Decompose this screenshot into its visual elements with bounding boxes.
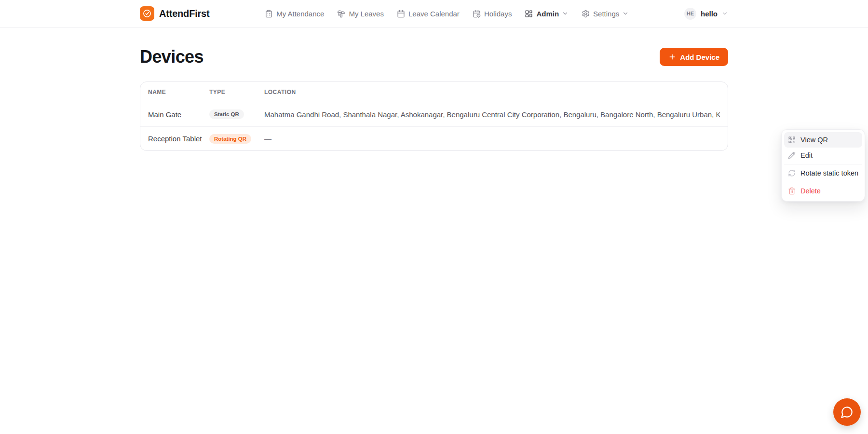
nav-label: My Attendance: [276, 10, 324, 18]
device-context-menu: View QR Edit Rotate static token Delete: [781, 129, 865, 202]
nav-admin[interactable]: Admin: [525, 10, 569, 18]
device-name: Main Gate: [148, 110, 209, 119]
table-row-main-gate[interactable]: Main Gate Static QR Mahatma Gandhi Road,…: [140, 102, 728, 126]
qr-code-icon: [788, 136, 796, 144]
nav-label: Admin: [536, 10, 559, 18]
chat-bubble-icon: [841, 406, 854, 419]
device-location: —: [264, 135, 720, 143]
menu-item-delete[interactable]: Delete: [784, 183, 862, 199]
nav-label: Settings: [593, 10, 619, 18]
chevron-down-icon: [721, 10, 728, 17]
menu-item-view-qr[interactable]: View QR: [784, 132, 862, 148]
menu-item-rotate-static-token[interactable]: Rotate static token: [784, 165, 862, 181]
menu-label: Edit: [800, 151, 813, 159]
menu-divider: [784, 182, 862, 182]
nav-label: Leave Calendar: [408, 10, 460, 18]
user-name: hello: [701, 10, 718, 18]
add-device-button[interactable]: Add Device: [660, 48, 728, 66]
calendar-icon: [397, 10, 405, 18]
nav-holidays[interactable]: Holidays: [473, 10, 512, 18]
calendar-heart-icon: [473, 10, 481, 18]
type-badge-static: Static QR: [209, 109, 244, 119]
menu-label: Rotate static token: [800, 169, 858, 177]
device-location: Mahatma Gandhi Road, Shanthala Nagar, As…: [264, 110, 720, 119]
type-badge-rotating: Rotating QR: [209, 134, 251, 144]
top-navbar: AttendFirst My Attendance: [0, 0, 868, 27]
main-nav: My Attendance My Leaves: [265, 10, 629, 18]
column-header-type: TYPE: [209, 89, 264, 95]
nav-leave-calendar[interactable]: Leave Calendar: [397, 10, 460, 18]
nav-my-attendance[interactable]: My Attendance: [265, 10, 324, 18]
nav-label: Holidays: [484, 10, 512, 18]
clipboard-list-icon: [265, 10, 273, 18]
brand-name: AttendFirst: [159, 8, 209, 19]
trash-icon: [788, 187, 796, 195]
chat-button[interactable]: [833, 398, 861, 426]
rotate-icon: [788, 169, 796, 177]
chevron-down-icon: [622, 10, 629, 17]
nav-label: My Leaves: [349, 10, 384, 18]
brand-logo[interactable]: AttendFirst: [140, 6, 209, 21]
avatar: HE: [684, 8, 696, 20]
brand-check-icon: [140, 6, 154, 21]
nav-settings[interactable]: Settings: [582, 10, 629, 18]
table-header-row: NAME TYPE LOCATION: [140, 82, 728, 102]
layout-grid-icon: [525, 10, 533, 18]
add-device-label: Add Device: [680, 53, 719, 61]
menu-divider: [784, 164, 862, 164]
chevron-down-icon: [562, 10, 569, 17]
gear-icon: [582, 10, 590, 18]
user-menu[interactable]: HE hello: [684, 8, 728, 20]
menu-label: View QR: [800, 136, 828, 144]
palm-tree-icon: [337, 10, 345, 18]
nav-my-leaves[interactable]: My Leaves: [337, 10, 384, 18]
column-header-location: LOCATION: [264, 89, 720, 95]
plus-icon: [668, 53, 676, 61]
column-header-name: NAME: [148, 89, 209, 95]
page-title: Devices: [140, 47, 203, 67]
pencil-icon: [788, 151, 796, 159]
menu-item-edit[interactable]: Edit: [784, 148, 862, 163]
menu-label: Delete: [800, 187, 821, 195]
table-row-reception-tablet[interactable]: Reception Tablet Rotating QR —: [140, 126, 728, 150]
devices-table: NAME TYPE LOCATION Main Gate Static QR M…: [140, 81, 728, 151]
device-name: Reception Tablet: [148, 135, 209, 143]
